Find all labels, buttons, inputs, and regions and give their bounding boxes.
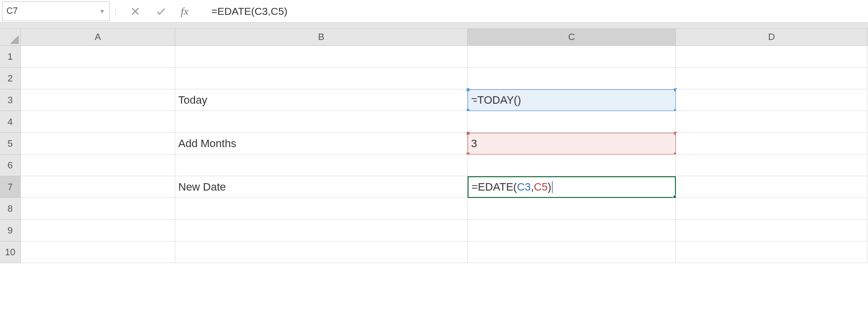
cell-A10[interactable] (21, 241, 175, 263)
check-icon (156, 6, 166, 17)
cell-B9[interactable] (175, 220, 468, 241)
cell-B7[interactable]: New Date (175, 176, 468, 198)
cell-C1[interactable] (468, 46, 676, 68)
cell-B5[interactable]: Add Months (175, 133, 468, 155)
cell-B2[interactable] (175, 68, 468, 89)
row-9: 9 (0, 220, 868, 241)
cell-C8[interactable] (468, 198, 676, 220)
text-cursor-icon (552, 181, 552, 193)
cell-D9[interactable] (676, 220, 868, 241)
column-header-B[interactable]: B (175, 29, 468, 46)
cancel-button[interactable] (129, 5, 141, 17)
row-10: 10 (0, 241, 868, 263)
cell-B6[interactable] (175, 155, 468, 176)
column-header-C[interactable]: C (468, 29, 676, 46)
row-header-6[interactable]: 6 (0, 155, 21, 176)
cell-B10[interactable] (175, 241, 468, 263)
row-8: 8 (0, 198, 868, 220)
cell-C3[interactable]: =TODAY() (468, 89, 676, 111)
name-box[interactable]: C7 ▼ (2, 1, 110, 21)
cell-B4[interactable] (175, 111, 468, 133)
cell-D4[interactable] (676, 111, 868, 133)
cell-C10[interactable] (468, 241, 676, 263)
cell-B8[interactable] (175, 198, 468, 220)
formula-bar-buttons: fx (120, 5, 206, 18)
cell-formula-fn: =EDATE( (472, 181, 517, 194)
cell-C4[interactable] (468, 111, 676, 133)
cell-A3[interactable] (21, 89, 175, 111)
column-headers: A B C D (0, 29, 868, 46)
row-7: 7 New Date =EDATE(C3,C5) (0, 176, 868, 198)
cell-B3[interactable]: Today (175, 89, 468, 111)
cell-D7[interactable] (676, 176, 868, 198)
cell-A8[interactable] (21, 198, 175, 220)
row-header-2[interactable]: 2 (0, 68, 21, 89)
cell-D8[interactable] (676, 198, 868, 220)
spreadsheet-grid: A B C D 1 2 3 Today =TODAY() 4 (0, 29, 868, 263)
row-header-1[interactable]: 1 (0, 46, 21, 68)
row-2: 2 (0, 68, 868, 89)
cell-formula-ref2: C5 (534, 181, 548, 194)
name-box-value: C7 (6, 6, 99, 16)
row-header-5[interactable]: 5 (0, 133, 21, 155)
range-handle-icon[interactable] (467, 88, 470, 91)
row-6: 6 (0, 155, 868, 176)
cell-C5[interactable]: 3 (468, 133, 676, 155)
fx-icon[interactable]: fx (181, 5, 189, 18)
cell-C2[interactable] (468, 68, 676, 89)
formula-input[interactable]: =EDATE(C3,C5) (206, 0, 868, 22)
cell-A1[interactable] (21, 46, 175, 68)
cell-D5[interactable] (676, 133, 868, 155)
cell-A2[interactable] (21, 68, 175, 89)
cell-A4[interactable] (21, 111, 175, 133)
cell-C6[interactable] (468, 155, 676, 176)
column-header-D[interactable]: D (676, 29, 868, 46)
row-4: 4 (0, 111, 868, 133)
row-1: 1 (0, 46, 868, 68)
cell-A5[interactable] (21, 133, 175, 155)
formula-bar-resize-handle[interactable]: ⋮ (110, 0, 120, 22)
grip-icon: ⋮ (112, 7, 118, 15)
name-box-dropdown-icon[interactable]: ▼ (99, 8, 105, 15)
row-header-7[interactable]: 7 (0, 176, 21, 198)
enter-button[interactable] (155, 5, 167, 17)
row-header-3[interactable]: 3 (0, 89, 21, 111)
row-5: 5 Add Months 3 (0, 133, 868, 155)
row-3: 3 Today =TODAY() (0, 89, 868, 111)
cell-B1[interactable] (175, 46, 468, 68)
row-header-10[interactable]: 10 (0, 241, 21, 263)
cell-C7[interactable]: =EDATE(C3,C5) (468, 176, 676, 198)
range-handle-icon[interactable] (467, 132, 470, 135)
cell-A6[interactable] (21, 155, 175, 176)
ribbon-divider (0, 23, 868, 29)
cell-C9[interactable] (468, 220, 676, 241)
cell-A9[interactable] (21, 220, 175, 241)
cell-D2[interactable] (676, 68, 868, 89)
row-header-4[interactable]: 4 (0, 111, 21, 133)
formula-bar: C7 ▼ ⋮ fx =EDATE(C3,C5) (0, 0, 868, 23)
row-header-9[interactable]: 9 (0, 220, 21, 241)
select-all-triangle[interactable] (0, 29, 21, 46)
cell-formula-close: ) (548, 181, 551, 194)
cell-D10[interactable] (676, 241, 868, 263)
close-icon (130, 6, 141, 17)
cell-D3[interactable] (676, 89, 868, 111)
cell-D1[interactable] (676, 46, 868, 68)
cell-A7[interactable] (21, 176, 175, 198)
row-header-8[interactable]: 8 (0, 198, 21, 220)
column-header-A[interactable]: A (21, 29, 175, 46)
cell-formula-ref1: C3 (517, 181, 531, 194)
cell-D6[interactable] (676, 155, 868, 176)
